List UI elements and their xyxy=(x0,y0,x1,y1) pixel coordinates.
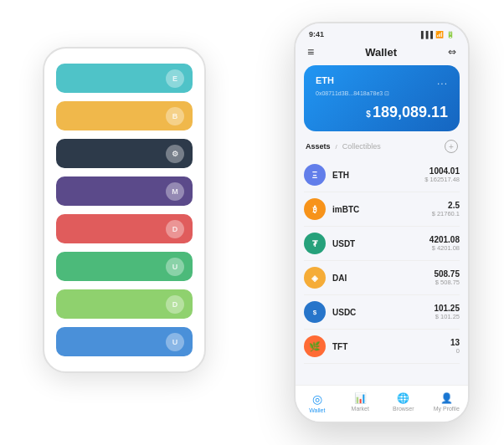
card-value: 189,089.11 xyxy=(373,104,448,120)
imbtc-name: imBTC xyxy=(332,205,432,214)
bar-lgreen-icon: D xyxy=(166,295,184,314)
scene: E B ⚙ M D U D U 9:41 ▐▐▐ 📶 xyxy=(18,13,486,432)
dai-icon: ◈ xyxy=(304,267,326,289)
asset-row-eth[interactable]: Ξ ETH 1004.01 $ 162517.48 xyxy=(304,158,460,192)
usdt-usd: $ 4201.08 xyxy=(429,244,460,252)
dai-values: 508.75 $ 508.75 xyxy=(434,269,460,286)
bar-yellow-icon: B xyxy=(166,107,184,125)
browser-nav-label: Browser xyxy=(393,406,414,412)
card-amount: $189,089.11 xyxy=(316,104,448,121)
imbtc-amount: 2.5 xyxy=(432,201,460,210)
card-dollar-sign: $ xyxy=(366,110,371,119)
usdt-values: 4201.08 $ 4201.08 xyxy=(429,235,460,252)
scan-icon[interactable]: ⇔ xyxy=(448,46,456,58)
tft-icon: 🌿 xyxy=(304,335,326,357)
usdc-values: 101.25 $ 101.25 xyxy=(434,304,460,320)
status-time: 9:41 xyxy=(309,30,324,38)
asset-row-usdc[interactable]: $ USDC 101.25 $ 101.25 xyxy=(304,295,460,330)
phone-header: ≡ Wallet ⇔ xyxy=(296,42,468,65)
add-asset-button[interactable]: + xyxy=(445,140,458,153)
eth-usd: $ 162517.48 xyxy=(424,176,460,183)
bar-red-icon: D xyxy=(166,220,184,238)
imbtc-values: 2.5 $ 21760.1 xyxy=(432,201,460,217)
asset-row-imbtc[interactable]: ₿ imBTC 2.5 $ 21760.1 xyxy=(304,192,460,227)
dai-name: DAI xyxy=(332,274,434,283)
tft-amount: 13 xyxy=(450,338,460,347)
usdc-name: USDC xyxy=(332,308,434,317)
assets-header: Assets / Collectibles + xyxy=(296,140,468,158)
browser-nav-icon: 🌐 xyxy=(397,392,409,404)
color-bar-lgreen: D xyxy=(56,289,193,319)
wifi-icon: 📶 xyxy=(435,31,444,38)
phone-back: E B ⚙ M D U D U xyxy=(43,47,206,373)
card-address: 0x08711d3B...8418a78e3 ⊡ xyxy=(316,90,448,97)
eth-name: ETH xyxy=(332,171,424,180)
wallet-nav-icon: ◎ xyxy=(312,392,322,406)
tab-collectibles[interactable]: Collectibles xyxy=(342,142,381,151)
color-bar-dark: ⚙ xyxy=(56,139,193,168)
bar-purple-icon: M xyxy=(166,182,184,201)
battery-icon: 🔋 xyxy=(446,31,455,38)
eth-values: 1004.01 $ 162517.48 xyxy=(424,166,460,183)
usdc-usd: $ 101.25 xyxy=(434,313,460,320)
tft-values: 13 0 xyxy=(450,338,460,355)
signal-icon: ▐▐▐ xyxy=(419,31,433,38)
assets-tabs: Assets / Collectibles xyxy=(306,142,381,151)
phone-nav: ◎ Wallet 📊 Market 🌐 Browser 👤 My Profile xyxy=(296,385,468,422)
asset-list: Ξ ETH 1004.01 $ 162517.48 ₿ imBTC 2.5 $ … xyxy=(296,158,468,385)
imbtc-usd: $ 21760.1 xyxy=(432,210,460,217)
wallet-nav-label: Wallet xyxy=(309,407,325,413)
phone-front: 9:41 ▐▐▐ 📶 🔋 ≡ Wallet ⇔ ETH ... 0x08711d… xyxy=(294,22,470,423)
color-bar-blue: U xyxy=(56,327,193,356)
asset-row-tft[interactable]: 🌿 TFT 13 0 xyxy=(304,330,460,364)
imbtc-icon: ₿ xyxy=(304,198,326,220)
asset-row-usdt[interactable]: ₮ USDT 4201.08 $ 4201.08 xyxy=(304,227,460,261)
dai-amount: 508.75 xyxy=(434,269,460,279)
wallet-card[interactable]: ETH ... 0x08711d3B...8418a78e3 ⊡ $189,08… xyxy=(304,65,460,131)
color-bar-purple: M xyxy=(56,176,193,206)
dai-usd: $ 508.75 xyxy=(434,279,460,286)
usdc-icon: $ xyxy=(304,301,326,323)
page-title: Wallet xyxy=(365,46,397,59)
nav-profile[interactable]: 👤 My Profile xyxy=(425,392,469,413)
card-coin-label: ETH xyxy=(316,75,334,85)
tft-usd: 0 xyxy=(450,347,460,355)
menu-icon[interactable]: ≡ xyxy=(307,45,314,59)
bar-dark-icon: ⚙ xyxy=(166,145,184,163)
eth-icon: Ξ xyxy=(304,164,326,186)
usdt-icon: ₮ xyxy=(304,233,326,254)
usdt-amount: 4201.08 xyxy=(429,235,460,244)
card-top: ETH ... xyxy=(316,75,448,87)
color-bar-green: U xyxy=(56,252,193,281)
tab-divider: / xyxy=(336,143,337,151)
market-nav-label: Market xyxy=(352,406,369,412)
tft-name: TFT xyxy=(332,342,450,351)
nav-market[interactable]: 📊 Market xyxy=(339,392,383,413)
asset-row-dai[interactable]: ◈ DAI 508.75 $ 508.75 xyxy=(304,261,460,295)
eth-amount: 1004.01 xyxy=(424,166,460,176)
tab-assets[interactable]: Assets xyxy=(306,142,331,151)
usdt-name: USDT xyxy=(332,239,429,248)
nav-wallet[interactable]: ◎ Wallet xyxy=(296,392,339,413)
color-bar-yellow: B xyxy=(56,101,193,130)
profile-nav-label: My Profile xyxy=(434,406,460,412)
profile-nav-icon: 👤 xyxy=(440,392,453,404)
usdc-amount: 101.25 xyxy=(434,304,460,313)
bar-blue-icon: U xyxy=(166,333,184,351)
card-more-icon[interactable]: ... xyxy=(437,75,448,87)
status-icons: ▐▐▐ 📶 🔋 xyxy=(419,31,455,38)
market-nav-icon: 📊 xyxy=(354,392,367,404)
color-bar-red: D xyxy=(56,214,193,243)
color-bar-teal: E xyxy=(56,64,193,93)
bar-green-icon: U xyxy=(166,258,184,276)
nav-browser[interactable]: 🌐 Browser xyxy=(382,392,425,413)
status-bar: 9:41 ▐▐▐ 📶 🔋 xyxy=(296,23,468,42)
bar-teal-icon: E xyxy=(166,69,184,88)
